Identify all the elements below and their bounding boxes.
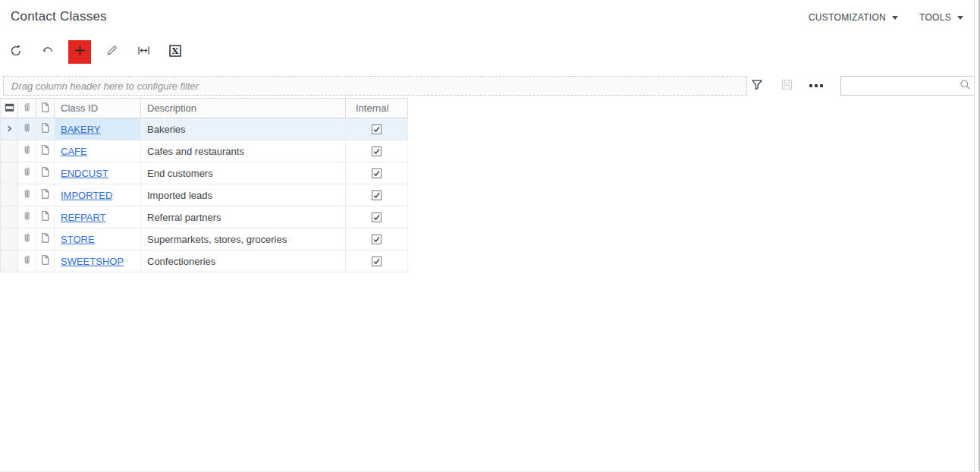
svg-text:X: X (172, 46, 179, 56)
row-notes-cell[interactable] (36, 140, 55, 162)
internal-checkbox[interactable] (372, 234, 382, 244)
grid-row[interactable]: BAKERY Bakeries (1, 118, 408, 140)
refresh-button[interactable] (5, 40, 27, 64)
filter-drop-zone[interactable]: Drag column header here to configure fil… (3, 76, 747, 96)
undo-icon (41, 44, 55, 60)
internal-checkbox[interactable] (372, 190, 382, 200)
row-attachments-cell[interactable] (18, 118, 36, 140)
refresh-icon (9, 44, 23, 60)
class-id-link[interactable]: ENDCUST (61, 168, 108, 179)
grid-row[interactable]: CAFE Cafes and restaurants (1, 140, 408, 162)
column-header-label: Class ID (61, 102, 98, 114)
column-header-internal[interactable]: Internal (346, 99, 408, 118)
edit-record-button[interactable] (100, 40, 123, 64)
class-id-link[interactable]: SWEETSHOP (61, 256, 124, 267)
column-header-label: Description (147, 102, 196, 114)
contact-classes-screen: Contact Classes CUSTOMIZATION TOOLS (0, 0, 980, 472)
row-selector-cell (1, 250, 18, 272)
more-options-button[interactable] (809, 77, 824, 94)
save-floppy-icon (781, 78, 793, 93)
class-id-link[interactable]: CAFE (61, 146, 87, 157)
search-input[interactable] (841, 80, 955, 92)
paperclip-icon (21, 188, 33, 203)
grid-row[interactable]: SWEETSHOP Confectioneries (1, 250, 408, 272)
row-attachments-cell[interactable] (18, 184, 36, 206)
internal-checkbox[interactable] (372, 212, 382, 222)
row-notes-cell[interactable] (36, 118, 55, 140)
description-text: End customers (147, 168, 213, 179)
row-notes-cell[interactable] (36, 162, 55, 184)
note-icon (39, 122, 51, 137)
notes-column-header[interactable] (36, 99, 55, 118)
class-id-link[interactable]: IMPORTED (61, 190, 112, 201)
internal-checkbox[interactable] (372, 124, 382, 134)
row-notes-cell[interactable] (36, 184, 55, 206)
description-text: Supermarkets, stores, groceries (147, 234, 287, 245)
contact-classes-grid: Class ID Description Internal (0, 98, 408, 272)
internal-cell (346, 228, 408, 250)
ellipsis-icon (809, 84, 823, 87)
description-cell: Imported leads (141, 184, 346, 206)
funnel-icon (750, 78, 764, 94)
row-attachments-cell[interactable] (18, 206, 36, 228)
internal-cell (346, 184, 408, 206)
internal-checkbox[interactable] (372, 146, 382, 156)
description-text: Imported leads (147, 190, 212, 201)
row-selector-cell (1, 228, 18, 250)
grid-row[interactable]: REFPART Referral partners (1, 206, 408, 228)
row-notes-cell[interactable] (36, 206, 55, 228)
description-text: Referral partners (147, 212, 221, 223)
vertical-scrollbar[interactable] (974, 0, 980, 472)
grid-body: BAKERY Bakeries CAFE (1, 118, 408, 272)
class-id-link[interactable]: STORE (61, 234, 95, 245)
column-header-description[interactable]: Description (141, 99, 346, 118)
internal-checkbox[interactable] (372, 256, 382, 266)
paperclip-icon (21, 232, 33, 247)
internal-cell (346, 162, 408, 184)
grid-settings-header-cell[interactable] (1, 99, 18, 118)
customization-menu[interactable]: CUSTOMIZATION (809, 12, 898, 23)
grid-settings-icon (4, 102, 15, 115)
export-to-excel-button[interactable]: X (164, 40, 187, 64)
grid-row[interactable]: STORE Supermarkets, stores, groceries (1, 228, 408, 250)
search-button[interactable] (955, 77, 975, 95)
row-attachments-cell[interactable] (18, 250, 36, 272)
row-notes-cell[interactable] (36, 250, 55, 272)
grid-toolbar: X (5, 39, 196, 64)
description-cell: Referral partners (141, 206, 346, 228)
pencil-icon (105, 44, 118, 59)
class-id-cell: STORE (55, 228, 141, 250)
class-id-cell: ENDCUST (55, 162, 141, 184)
tools-menu-label: TOOLS (919, 12, 951, 23)
add-row-button[interactable] (68, 40, 91, 64)
excel-export-icon: X (168, 44, 182, 60)
internal-checkbox[interactable] (372, 168, 382, 178)
class-id-link[interactable]: BAKERY (61, 124, 101, 135)
grid-row[interactable]: ENDCUST End customers (1, 162, 408, 184)
chevron-down-icon (892, 16, 898, 20)
filter-settings-button[interactable] (749, 77, 765, 94)
description-text: Bakeries (147, 124, 186, 135)
class-id-link[interactable]: REFPART (61, 212, 105, 223)
row-selector-cell (1, 140, 18, 162)
tools-menu[interactable]: TOOLS (919, 12, 963, 23)
internal-cell (346, 118, 408, 140)
paperclip-icon (21, 166, 33, 181)
cancel-undo-button[interactable] (36, 40, 59, 64)
fit-to-screen-button[interactable] (132, 40, 155, 64)
attachments-column-header[interactable] (18, 99, 36, 118)
row-attachments-cell[interactable] (18, 140, 36, 162)
row-attachments-cell[interactable] (18, 228, 36, 250)
description-cell: End customers (141, 162, 346, 184)
paperclip-icon (21, 254, 33, 269)
plus-icon (74, 44, 86, 59)
note-icon (39, 254, 51, 269)
grid-header-row: Class ID Description Internal (1, 98, 408, 118)
row-notes-cell[interactable] (36, 228, 55, 250)
save-filter-button[interactable] (779, 77, 794, 94)
description-text: Cafes and restaurants (147, 146, 244, 157)
column-header-class-id[interactable]: Class ID (55, 99, 141, 118)
grid-row[interactable]: IMPORTED Imported leads (1, 184, 408, 206)
row-attachments-cell[interactable] (18, 162, 36, 184)
note-icon (39, 232, 51, 247)
